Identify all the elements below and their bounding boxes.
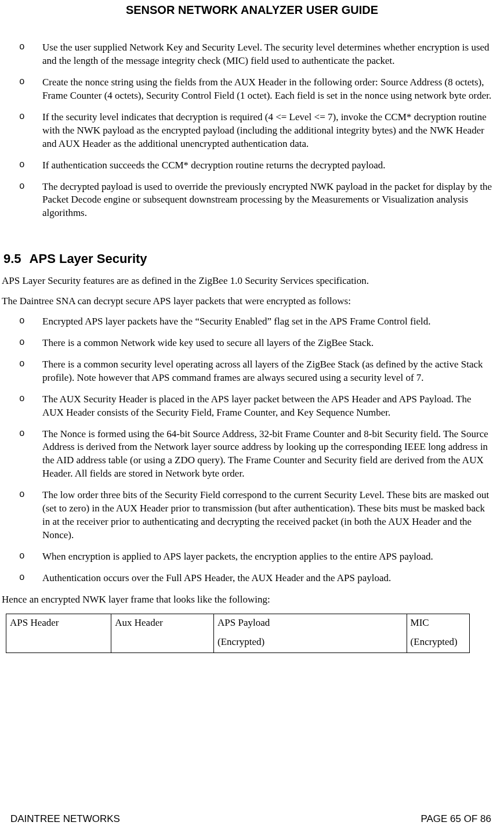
section-number: 9.5 — [3, 250, 21, 268]
list-item: If authentication succeeds the CCM* decr… — [0, 159, 494, 172]
list-item: If the security level indicates that dec… — [0, 111, 494, 151]
table-cell-line2: (Encrypted) — [411, 636, 466, 649]
list-item: Authentication occurs over the Full APS … — [0, 572, 494, 585]
list-item: The low order three bits of the Security… — [0, 489, 494, 542]
section-heading: 9.5APS Layer Security — [0, 250, 494, 268]
table-cell-aps-payload: APS Payload (Encrypted) — [214, 614, 407, 652]
section-title: APS Layer Security — [30, 251, 147, 266]
page-header-title: SENSOR NETWORK ANALYZER USER GUIDE — [0, 0, 504, 41]
table-cell-line2: (Encrypted) — [217, 636, 403, 649]
table-row: APS Header Aux Header APS Payload (Encry… — [6, 614, 470, 652]
bullet-list-2: Encrypted APS layer packets have the “Se… — [0, 315, 494, 585]
list-item: There is a common Network wide key used … — [0, 337, 494, 350]
list-item: Create the nonce string using the fields… — [0, 76, 494, 103]
list-item: There is a common security level operati… — [0, 358, 494, 385]
table-cell-aps-header: APS Header — [6, 614, 111, 652]
footer-page-number: PAGE 65 OF 86 — [420, 813, 491, 826]
paragraph: APS Layer Security features are as defin… — [0, 275, 494, 288]
paragraph: The Daintree SNA can decrypt secure APS … — [0, 295, 494, 308]
bullet-list-1: Use the user supplied Network Key and Se… — [0, 41, 494, 220]
table-cell-line1: MIC — [411, 617, 429, 628]
list-item: When encryption is applied to APS layer … — [0, 550, 494, 564]
list-item: Use the user supplied Network Key and Se… — [0, 41, 494, 68]
list-item: The Nonce is formed using the 64-bit Sou… — [0, 428, 494, 481]
list-item: The AUX Security Header is placed in the… — [0, 393, 494, 420]
list-item: Encrypted APS layer packets have the “Se… — [0, 315, 494, 329]
table-cell-mic: MIC (Encrypted) — [407, 614, 469, 652]
table-intro-text: Hence an encrypted NWK layer frame that … — [0, 593, 494, 607]
page-footer: DAINTREE NETWORKS PAGE 65 OF 86 — [0, 813, 504, 826]
table-cell-aux-header: Aux Header — [111, 614, 214, 652]
frame-layout-table: APS Header Aux Header APS Payload (Encry… — [6, 614, 470, 653]
table-cell-line1: APS Payload — [217, 617, 270, 628]
footer-company: DAINTREE NETWORKS — [10, 813, 120, 826]
list-item: The decrypted payload is used to overrid… — [0, 181, 494, 221]
